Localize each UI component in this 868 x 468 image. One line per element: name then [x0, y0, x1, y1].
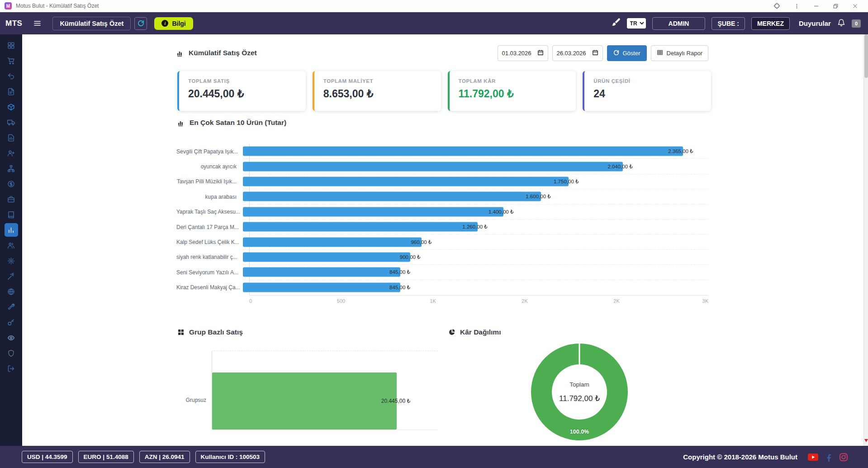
group-plot-area: 20.445,00 ₺: [212, 351, 438, 430]
group-sales-title: Grup Bazlı Satış: [189, 328, 243, 336]
branch-value-button[interactable]: MERKEZ: [751, 17, 790, 30]
donut-slice-label: 100.0%: [570, 429, 589, 435]
youtube-icon[interactable]: [807, 453, 819, 461]
sidebar-item-settings[interactable]: [5, 254, 18, 267]
chart-row-track: 2.365,00 ₺: [243, 144, 708, 159]
sidebar-item-payments[interactable]: [5, 177, 18, 191]
sidebar-item-dashboard[interactable]: [5, 38, 18, 52]
stat-card-label: TOPLAM SATIŞ: [188, 78, 297, 84]
sidebar-item-bar-chart[interactable]: [5, 223, 18, 237]
stat-card: ÜRÜN ÇEŞİDİ24: [583, 71, 711, 111]
chart-row: Yaprak Taşlı Saç Aksesu...1.400,00 ₺: [176, 205, 708, 220]
date-to-input[interactable]: 26.03.2026: [552, 45, 603, 61]
chart-bar-value: 1.400,00 ₺: [489, 209, 513, 215]
sidebar-item-eye[interactable]: [5, 331, 18, 344]
detailed-report-button[interactable]: Detaylı Rapor: [651, 45, 708, 61]
chart-row-track: 1.600,00 ₺: [243, 189, 708, 204]
chart-row-track: 900,00 ₺: [243, 250, 708, 265]
sidebar-item-return[interactable]: [5, 69, 18, 83]
current-page-button[interactable]: Kümülatif Satış Özet: [52, 17, 131, 30]
chart-bar-value: 1.600,00 ₺: [526, 193, 550, 200]
announcement-count-badge: 0: [852, 19, 861, 28]
vertical-scrollbar[interactable]: [863, 34, 868, 446]
close-button[interactable]: [852, 3, 858, 9]
group-bar-value: 20.445,00 ₺: [381, 398, 410, 404]
chart-row-track: 845,00 ₺: [243, 280, 708, 295]
chart-row-label: Kiraz Desenli Makyaj Ça...: [176, 284, 243, 291]
sidebar-item-cart[interactable]: [5, 54, 18, 67]
restore-button[interactable]: [833, 3, 839, 9]
dashboard-icon: [7, 42, 15, 49]
admin-button[interactable]: ADMIN: [652, 17, 706, 30]
chart-row-track: 1.750,00 ₺: [243, 174, 708, 189]
sidebar-item-shield[interactable]: [5, 346, 18, 360]
extensions-icon[interactable]: [773, 3, 780, 10]
info-button[interactable]: i Bilgi: [154, 17, 193, 30]
sidebar-item-globe[interactable]: [5, 285, 18, 298]
eye-icon: [7, 334, 15, 342]
sidebar-item-report[interactable]: [5, 131, 18, 144]
stat-card: TOPLAM KÂR11.792,00 ₺: [448, 71, 576, 111]
scroll-down-arrow-icon[interactable]: [864, 439, 868, 442]
invoice-icon: [7, 88, 15, 96]
report-icon: [7, 134, 15, 142]
chart-row: Tavşan Pilli Müzikli Işık...1.750,00 ₺: [176, 174, 708, 189]
main-content: Kümülatif Satış Özet 01.03.2026 26.03.20…: [22, 34, 863, 446]
chart-row: siyah renk katlanabilir ç...900,00 ₺: [176, 250, 708, 265]
organization-icon: [7, 165, 15, 172]
facebook-icon[interactable]: [826, 453, 831, 462]
theme-brush-icon[interactable]: [611, 18, 621, 29]
sidebar-item-products[interactable]: [5, 100, 18, 114]
chart-row-track: 845,00 ₺: [243, 265, 708, 280]
show-button[interactable]: Göster: [607, 45, 647, 61]
date-from-input[interactable]: 01.03.2026: [498, 45, 548, 61]
sidebar-item-add-customer[interactable]: [5, 146, 18, 160]
chart-bar: [243, 207, 503, 216]
minimize-button[interactable]: [813, 3, 819, 9]
chart-row: kupa arabası1.600,00 ₺: [176, 189, 708, 204]
scrollbar-thumb[interactable]: [864, 34, 868, 78]
grid-title-icon: [177, 329, 185, 336]
chart-bar: [243, 177, 569, 186]
tools-icon: [7, 303, 15, 311]
sidebar-item-briefcase[interactable]: [5, 192, 18, 206]
pie-title-icon: [448, 329, 455, 336]
stat-card-value: 11.792,00 ₺: [459, 88, 567, 100]
chart-bar: [243, 147, 683, 156]
chart-bar: [243, 162, 623, 171]
sidebar-item-key[interactable]: [5, 315, 18, 329]
donut-center-value: 11.792,00 ₺: [559, 394, 600, 403]
stat-card-label: TOPLAM KÂR: [459, 78, 567, 84]
currency-rate-badge: AZN | 26.0941: [139, 451, 190, 463]
sidebar-item-tools[interactable]: [5, 300, 18, 314]
return-icon: [7, 72, 15, 80]
browser-menu-icon[interactable]: [794, 3, 800, 9]
chart-row-track: 960,00 ₺: [243, 234, 708, 249]
bar-chart-title-icon: [177, 119, 185, 127]
stat-card-value: 24: [593, 88, 702, 100]
sidebar-item-users[interactable]: [5, 239, 18, 252]
language-select[interactable]: TR: [627, 18, 646, 29]
chart-row-label: Sevgili Çift Papatya Işık...: [176, 148, 243, 155]
refresh-page-button[interactable]: [134, 17, 147, 30]
sidebar-item-shipping[interactable]: [5, 115, 18, 129]
instagram-icon[interactable]: [839, 453, 848, 462]
chart-bar-value: 1.750,00 ₺: [554, 178, 579, 185]
chart-bar: [243, 237, 422, 247]
sidebar-item-wand[interactable]: [5, 269, 18, 283]
menu-toggle-icon[interactable]: [33, 19, 42, 27]
chart-row-label: siyah renk katlanabilir ç...: [176, 254, 243, 260]
user-id-badge: Kullanıcı ID : 100503: [195, 451, 266, 463]
sidebar-item-logout[interactable]: [5, 362, 18, 375]
sidebar-item-invoice[interactable]: [5, 85, 18, 98]
bell-icon[interactable]: [837, 19, 845, 29]
x-axis-tick: 1K: [430, 298, 436, 304]
sidebar-item-organization[interactable]: [5, 162, 18, 175]
shield-icon: [7, 349, 15, 357]
stat-card: TOPLAM MALİYET8.653,00 ₺: [313, 71, 441, 111]
announcements-link[interactable]: Duyurular: [799, 19, 831, 27]
chart-bar: [243, 283, 400, 292]
stat-card-label: ÜRÜN ÇEŞİDİ: [593, 78, 702, 84]
sidebar-item-ledger[interactable]: [5, 208, 18, 221]
branch-label-button[interactable]: ŞUBE :: [711, 17, 745, 30]
